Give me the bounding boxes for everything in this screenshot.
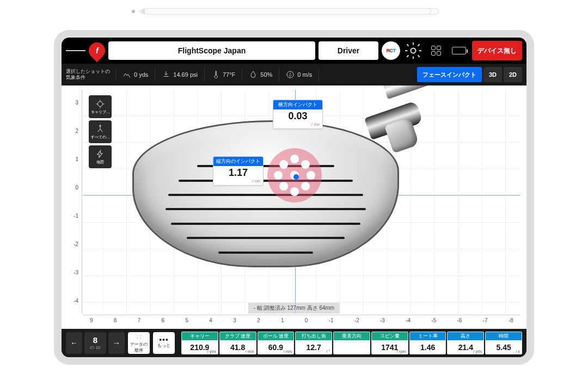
x-tick: -4 (406, 317, 411, 326)
temperature-readout[interactable]: 77°F (205, 68, 242, 82)
x-tick: 3 (233, 317, 236, 326)
top-toolbar: f FlightScope Japan Driver RCT デバイス無し (62, 38, 526, 64)
club-selector[interactable]: Driver (318, 41, 378, 60)
rct-ball-indicator[interactable]: RCT (382, 41, 400, 60)
metric-tile[interactable]: キャリー210.9/ yds (181, 332, 218, 354)
x-tick: 6 (162, 317, 165, 326)
x-tick: -5 (431, 317, 436, 326)
gear-icon (403, 41, 423, 60)
wind-readout[interactable]: 0 m/s (279, 68, 319, 82)
metric-tile[interactable]: ミート率1.46 (409, 332, 446, 354)
apple-pencil (134, 8, 439, 15)
x-tick: 1 (281, 317, 284, 326)
metric-tile[interactable]: 時間5.45/ s (485, 332, 522, 354)
metric-tile[interactable]: 高さ21.4/ yds (447, 332, 484, 354)
y-tick: 0 (69, 185, 78, 191)
menu-button[interactable] (66, 41, 85, 60)
svg-point-2 (98, 101, 103, 106)
x-tick: -7 (483, 317, 488, 326)
y-tick: -3 (69, 270, 78, 275)
x-tick: -8 (509, 317, 513, 326)
x-tick: -1 (329, 317, 334, 326)
branch-icon (95, 124, 105, 134)
sort-icon (135, 333, 143, 341)
battery-icon (452, 47, 466, 54)
metric-tile[interactable]: ボール 速度60.9/ m/s (258, 332, 295, 354)
grid-icon (431, 46, 441, 56)
tablet-frame: f FlightScope Japan Driver RCT デバイス無し 選択… (54, 30, 534, 365)
metric-tile[interactable]: クラブ 速度41.8/ m/s (219, 332, 256, 354)
x-tick: 4 (209, 317, 212, 326)
battery-indicator (449, 41, 469, 60)
session-title[interactable]: FlightScope Japan (108, 41, 315, 60)
tab-3d[interactable]: 3D (483, 67, 502, 82)
y-tick: -4 (69, 298, 78, 304)
impact-marker (267, 148, 322, 203)
droplet-icon (249, 70, 258, 79)
wind-icon (286, 70, 295, 79)
y-tick: 3 (69, 100, 78, 106)
sort-button[interactable]: データの 順序 (128, 332, 150, 354)
tool-stack: キャリブ… すべての… 地図 (89, 95, 112, 168)
x-tick: 9 (90, 317, 93, 326)
layout-button[interactable] (426, 41, 446, 60)
metrics-row: キャリー210.9/ ydsクラブ 速度41.8/ m/sボール 速度60.9/… (181, 332, 522, 354)
x-tick: 2 (257, 317, 260, 326)
metric-tile[interactable]: 垂直方向 (333, 332, 370, 354)
vertical-impact-callout[interactable]: 縦方向のインバクト 1.17 / cm (213, 156, 264, 186)
bolt-icon (95, 149, 105, 159)
x-tick: -6 (457, 317, 462, 326)
svg-point-0 (411, 48, 416, 53)
impact-point (293, 174, 299, 180)
face-impact-view[interactable]: 3210-1-2-3-4 9876543210-1-2-3-4-5-6-7-8 … (62, 85, 526, 329)
altitude-readout[interactable]: 0 yds (116, 68, 155, 82)
y-tick: -2 (69, 241, 78, 247)
x-tick: 5 (185, 317, 188, 326)
face-dimensions-label: - 幅:調整済み 127mm 高さ 64mm (248, 303, 340, 314)
target-icon (95, 99, 105, 109)
more-button[interactable]: ••• もっと (153, 332, 175, 354)
settings-button[interactable] (403, 41, 423, 60)
thermometer-icon (211, 70, 220, 79)
horizontal-impact-callout[interactable]: 横方向インパクト 0.03 / cm (273, 100, 323, 129)
calibrate-button[interactable]: キャリブ… (89, 95, 112, 118)
next-shot-button[interactable]: → (108, 332, 125, 354)
x-axis: 9876543210-1-2-3-4-5-6-7-8 (83, 315, 520, 326)
pressure-readout[interactable]: 14.69 psi (155, 68, 205, 82)
conditions-bar: 選択したショットの 気象条件 0 yds 14.69 psi 77°F 50% … (62, 64, 526, 85)
metric-tile[interactable]: 打ち出し角12.7/ ° (295, 332, 332, 354)
y-tick: -1 (69, 213, 78, 219)
club-face (132, 120, 399, 267)
pressure-icon (162, 70, 170, 79)
shot-counter[interactable]: 8 の 10 (84, 332, 106, 354)
metric-tile[interactable]: スピン量1741/ rpm (371, 332, 408, 354)
bottom-bar: ← 8 の 10 → データの 順序 ••• もっと キャリー210.9/ yd… (62, 329, 526, 357)
tab-face-impact[interactable]: フェースインパクト (417, 67, 482, 82)
x-tick: 8 (114, 317, 117, 326)
y-tick: 2 (69, 128, 78, 134)
altitude-icon (122, 70, 131, 79)
conditions-label: 選択したショットの 気象条件 (66, 69, 116, 81)
dots-icon: ••• (159, 338, 169, 342)
tab-2d[interactable]: 2D (504, 67, 522, 82)
y-tick: 1 (69, 156, 78, 162)
x-tick: -3 (380, 317, 385, 326)
prev-shot-button[interactable]: ← (66, 332, 82, 354)
y-axis: 3210-1-2-3-4 (69, 90, 82, 314)
x-tick: 7 (138, 317, 141, 326)
all-shots-button[interactable]: すべての… (89, 120, 112, 143)
humidity-readout[interactable]: 50% (242, 68, 279, 82)
x-tick: 0 (305, 317, 308, 326)
map-button[interactable]: 地図 (89, 145, 112, 168)
device-status-button[interactable]: デバイス無し (472, 41, 522, 60)
app-logo: f (85, 39, 108, 62)
x-tick: -2 (354, 317, 359, 326)
